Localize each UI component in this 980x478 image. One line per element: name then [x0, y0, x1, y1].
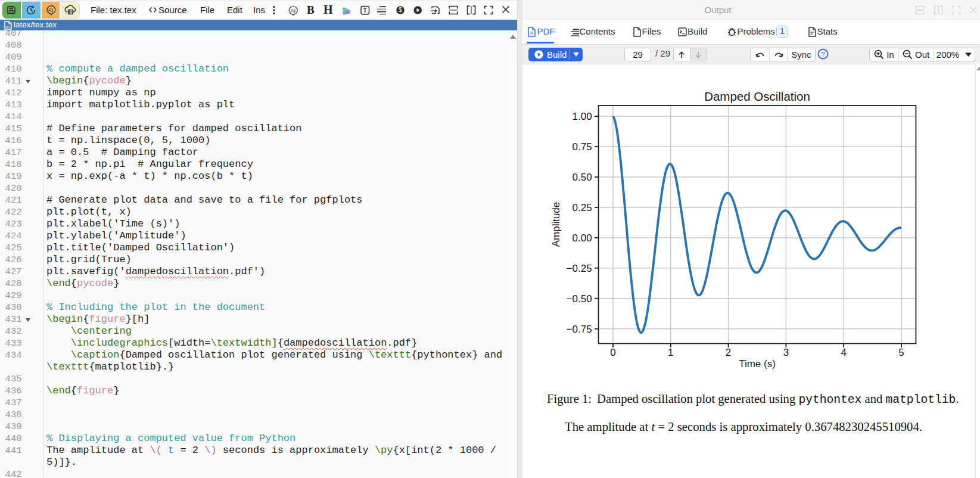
svg-text:AI: AI: [48, 7, 53, 13]
svg-text:5: 5: [898, 347, 904, 358]
svg-text:−0.50: −0.50: [567, 293, 592, 305]
svg-text:T: T: [363, 7, 368, 14]
svg-text:0.50: 0.50: [573, 172, 592, 183]
svg-text:4: 4: [841, 347, 846, 358]
svg-text:AI: AI: [290, 7, 295, 14]
svg-text:Damped Oscillation: Damped Oscillation: [704, 89, 810, 103]
svg-text:2: 2: [726, 347, 731, 358]
svg-text:$: $: [399, 7, 402, 13]
svg-text:tex: tex: [5, 24, 10, 28]
svg-text:1.00: 1.00: [573, 111, 592, 122]
svg-text:Amplitude: Amplitude: [550, 202, 562, 247]
svg-text:Time (s): Time (s): [739, 358, 776, 370]
svg-text:0.75: 0.75: [573, 141, 592, 153]
svg-text:−0.25: −0.25: [567, 263, 592, 274]
svg-text:0.25: 0.25: [573, 202, 592, 213]
svg-text:0.00: 0.00: [573, 232, 592, 244]
svg-text:−0.75: −0.75: [567, 324, 592, 335]
svg-text:0: 0: [610, 347, 615, 358]
svg-text:1: 1: [668, 347, 673, 358]
svg-text:?: ?: [821, 50, 825, 57]
svg-text:A: A: [530, 31, 533, 35]
svg-text:3: 3: [783, 347, 789, 358]
